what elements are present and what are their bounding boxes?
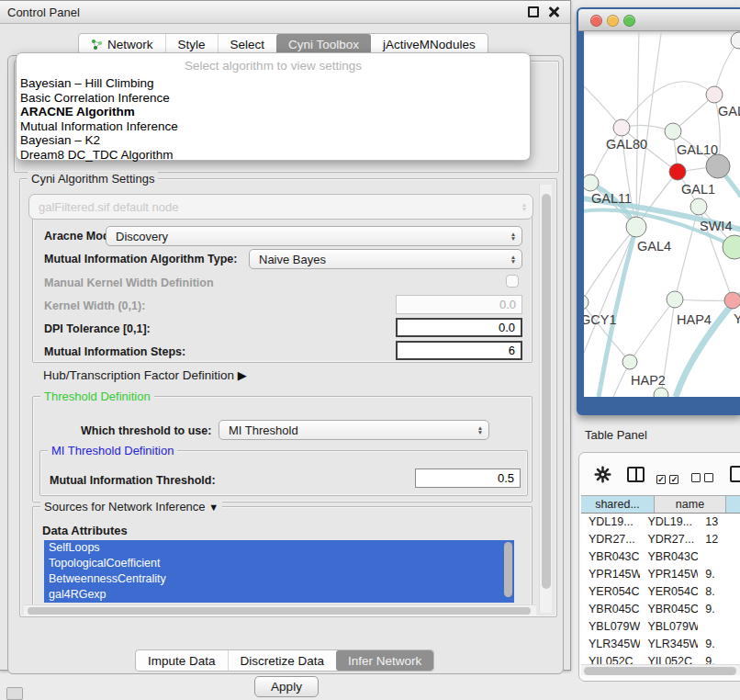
network-edge[interactable] xyxy=(622,82,714,128)
settings-vertical-scrollbar[interactable] xyxy=(539,185,552,613)
kernel-width-field[interactable] xyxy=(396,295,522,314)
table-cell: YPR145W xyxy=(640,566,698,583)
mi-algorithm-type-combobox[interactable]: Naive Bayes ▲▼ xyxy=(249,249,522,269)
mi-threshold-group: MI Threshold Definition Mutual Informati… xyxy=(39,450,528,496)
node-swi4-neighbor[interactable] xyxy=(690,198,707,215)
table-cell: YBR045C xyxy=(581,601,640,618)
mi-steps-label: Mutual Information Steps: xyxy=(44,345,185,358)
column-header-3[interactable] xyxy=(726,496,740,513)
table-cell: YBR043C xyxy=(581,548,640,566)
network-edge[interactable] xyxy=(590,128,622,183)
table-row[interactable]: YDL19...YDL19...13 xyxy=(581,514,740,531)
tab-cyni-toolbox[interactable]: Cyni Toolbox xyxy=(276,34,371,54)
node-gcy1[interactable] xyxy=(584,295,589,310)
tab-discretize-data[interactable]: Discretize Data xyxy=(228,650,337,671)
table-row[interactable]: YDR27...YDR27...12 xyxy=(581,531,740,548)
network-edge[interactable] xyxy=(714,40,739,95)
mi-threshold-field[interactable] xyxy=(415,469,521,488)
node-gal-partial[interactable] xyxy=(706,86,723,103)
deselect-all-columns-icon[interactable] xyxy=(691,469,713,486)
algorithm-option-dream8-dc-tdc-algorithm[interactable]: Dream8 DC_TDC Algorithm xyxy=(17,148,530,163)
table-row[interactable]: YPR145WYPR145W9. xyxy=(581,566,740,583)
network-window-titlebar[interactable] xyxy=(578,9,740,31)
node-gal10[interactable] xyxy=(665,123,681,140)
export-table-icon[interactable] xyxy=(730,466,740,482)
attribute-item-betweennesscentrality[interactable]: BetweennessCentrality xyxy=(44,571,514,587)
expanded-arrow-icon[interactable]: ▼ xyxy=(208,502,219,513)
algorithm-option-bayesian-k2[interactable]: Bayesian – K2 xyxy=(17,133,530,148)
tab-select[interactable]: Select xyxy=(218,34,277,54)
table-cell: 9. xyxy=(698,653,740,664)
combo-stepper-icon: ▲▼ xyxy=(507,254,521,264)
table-cell: YDR27... xyxy=(581,531,640,548)
node-gal1[interactable] xyxy=(669,164,686,180)
tab-style[interactable]: Style xyxy=(165,34,218,54)
aracne-mode-combobox[interactable]: Discovery ▲▼ xyxy=(106,226,522,246)
table-cell: YBR045C xyxy=(640,601,698,618)
attribute-item-topologicalcoefficient[interactable]: TopologicalCoefficient xyxy=(44,556,514,571)
mi-steps-field[interactable] xyxy=(396,341,522,360)
table-row[interactable]: YBR045CYBR045C9. xyxy=(581,601,740,618)
collapsed-panel-button[interactable] xyxy=(6,687,23,700)
hub-tf-definition-toggle[interactable]: Hub/Transcription Factor Definition ▶ xyxy=(43,368,247,382)
network-edge[interactable] xyxy=(675,299,733,300)
select-all-columns-icon[interactable]: ✓ ✓ xyxy=(656,469,678,486)
table-horizontal-scrollbar[interactable] xyxy=(581,664,740,675)
close-icon[interactable] xyxy=(548,6,559,17)
apply-button[interactable]: Apply xyxy=(254,676,319,697)
control-panel-titlebar[interactable]: Control Panel xyxy=(0,1,570,24)
network-edge[interactable] xyxy=(636,31,662,227)
node-top-partial[interactable] xyxy=(731,32,740,49)
column-header-name[interactable]: name xyxy=(655,496,726,513)
manual-kernel-checkbox[interactable] xyxy=(506,275,519,288)
table-cell: YDR27... xyxy=(640,531,698,548)
which-threshold-value: MI Threshold xyxy=(219,423,474,437)
attribute-item-gal4rgexp[interactable]: gal4RGexp xyxy=(44,587,514,603)
node-hap4[interactable] xyxy=(667,291,683,308)
which-threshold-combobox[interactable]: MI Threshold ▲▼ xyxy=(219,420,489,440)
node-gal4[interactable] xyxy=(626,217,646,237)
tab-jactivemnodules[interactable]: jActiveMNodules xyxy=(371,34,488,54)
node-hap2[interactable] xyxy=(622,355,637,369)
mi-algorithm-type-label: Mutual Information Algorithm Type: xyxy=(44,253,237,265)
node-gal80[interactable] xyxy=(613,119,630,136)
table-row[interactable]: YBL079WYBL079W xyxy=(581,618,740,636)
zoom-traffic-light-icon[interactable] xyxy=(623,15,635,27)
settings-horizontal-scrollbar[interactable] xyxy=(24,604,536,615)
algorithm-option-mutual-information-inference[interactable]: Mutual Information Inference xyxy=(17,119,530,134)
network-canvas[interactable]: GALGAL80GAL10GAL1GAL11SWI4GAL4GCY1HAP4YH… xyxy=(584,31,740,397)
network-edge[interactable] xyxy=(630,299,675,362)
table-cell: 13 xyxy=(698,514,740,531)
minimize-traffic-light-icon[interactable] xyxy=(607,15,619,27)
network-edge[interactable] xyxy=(676,294,740,397)
node-salmon-label: Y xyxy=(734,311,740,326)
close-traffic-light-icon[interactable] xyxy=(590,15,602,27)
node-gal11[interactable] xyxy=(584,175,599,191)
table-panel-title: Table Panel xyxy=(585,428,647,442)
split-columns-icon[interactable] xyxy=(627,467,645,482)
threshold-definition-group: Threshold Definition Which threshold to … xyxy=(32,396,533,502)
combo-stepper-icon: ▲▼ xyxy=(507,231,521,241)
gear-icon[interactable] xyxy=(594,466,611,487)
table-row[interactable]: YBR043CYBR043C xyxy=(581,548,740,566)
column-header-shared[interactable]: shared... xyxy=(581,496,655,513)
table-source-combobox[interactable]: galFiltered.sif default node ▲▼ xyxy=(28,194,533,220)
float-window-icon[interactable] xyxy=(528,6,539,17)
algorithm-option-basic-correlation-inference[interactable]: Basic Correlation Inference xyxy=(17,91,530,106)
tab-infer-network[interactable]: Infer Network xyxy=(336,650,433,671)
table-row[interactable]: YER054CYER054C8. xyxy=(581,583,740,601)
table-row[interactable]: YIL052CYIL052C9. xyxy=(581,653,740,664)
node-salmon[interactable] xyxy=(724,292,740,309)
node-bottom-partial[interactable] xyxy=(654,388,668,397)
dpi-tolerance-field[interactable] xyxy=(396,318,522,337)
algorithm-option-bayesian-hill-climbing[interactable]: Bayesian – Hill Climbing xyxy=(17,76,530,91)
tab-impute-data[interactable]: Impute Data xyxy=(136,650,228,671)
table-row[interactable]: YLR345WYLR345W9. xyxy=(581,636,740,653)
tab-network[interactable]: Network xyxy=(79,34,165,54)
algorithm-option-aracne-algorithm[interactable]: ARACNE Algorithm xyxy=(17,105,530,119)
attributes-list-scrollbar[interactable] xyxy=(504,542,512,597)
attribute-item-selfloops[interactable]: SelfLoops xyxy=(44,540,514,556)
node-gray[interactable] xyxy=(706,154,730,178)
node-swi4[interactable] xyxy=(723,235,740,259)
network-edge[interactable] xyxy=(636,31,639,227)
